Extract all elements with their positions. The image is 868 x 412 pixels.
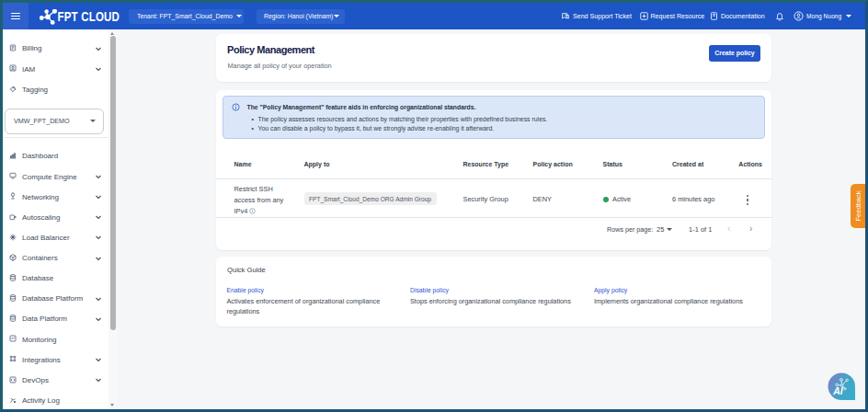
svg-text:AI: AI bbox=[832, 385, 844, 396]
